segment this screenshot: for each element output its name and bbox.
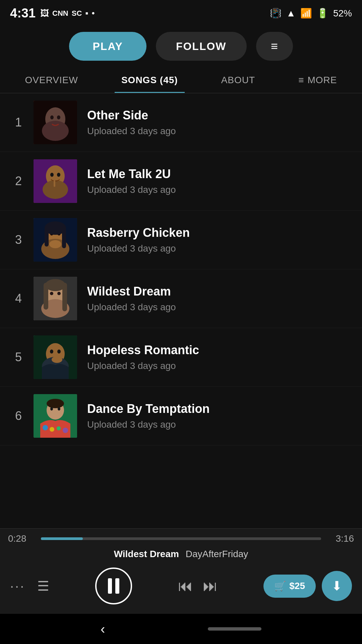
tab-songs[interactable]: SONGS (45) — [115, 67, 185, 93]
status-icons: 🖼 CNN SC ▪ • — [40, 8, 95, 18]
list-item[interactable]: 6 Dance By Temptation Uploaded 3 days ag… — [0, 387, 362, 445]
song-number: 3 — [10, 233, 27, 247]
cart-button[interactable]: 🛒 $25 — [263, 575, 316, 598]
player-bar: 0:28 3:16 Wildest Dream DayAfterFriday ·… — [0, 528, 362, 614]
queue-icon[interactable]: ☰ — [37, 578, 49, 594]
current-time: 0:28 — [8, 533, 35, 544]
song-thumbnail — [34, 335, 77, 379]
more-options-icon[interactable]: ··· — [10, 579, 25, 594]
photo-icon: 🖼 — [40, 8, 49, 18]
song-thumbnail — [34, 159, 77, 203]
battery-icon: 🔋 — [317, 8, 328, 19]
song-thumbnail — [34, 394, 77, 438]
song-title: Dance By Temptation — [87, 402, 352, 416]
song-meta: Uploaded 3 days ago — [87, 126, 352, 137]
play-button[interactable]: PLAY — [69, 32, 146, 61]
bottom-nav: ‹ — [0, 614, 362, 644]
follow-button[interactable]: FOLLOW — [156, 32, 247, 61]
song-title: Let Me Talk 2U — [87, 167, 352, 181]
list-item[interactable]: 3 Rasberry Chicken Uploaded 3 days ago — [0, 211, 362, 269]
menu-button[interactable]: ≡ — [256, 32, 293, 61]
pause-bar-right — [115, 578, 119, 594]
status-bar: 4:31 🖼 CNN SC ▪ • 📳 ▲ 📶 🔋 52% — [0, 0, 362, 24]
signal-icon: 📶 — [300, 8, 312, 19]
song-meta: Uploaded 3 days ago — [87, 184, 352, 195]
home-pill[interactable] — [208, 627, 261, 631]
tab-about[interactable]: ABOUT — [215, 67, 262, 93]
svg-rect-22 — [34, 218, 77, 262]
nav-tabs: OVERVIEW SONGS (45) ABOUT ≡ MORE — [0, 67, 362, 93]
total-time: 3:16 — [327, 533, 354, 544]
now-playing-title: Wildest Dream — [114, 549, 179, 559]
song-title: Hopeless Romantic — [87, 343, 352, 357]
list-item[interactable]: 2 Let Me Talk 2U Uploaded 3 days ago — [0, 152, 362, 211]
dot-icon: • — [92, 8, 95, 18]
svg-rect-12 — [34, 159, 77, 203]
next-track-icon[interactable]: ⏭ — [203, 578, 218, 594]
song-thumbnail — [34, 277, 77, 320]
song-number: 5 — [10, 350, 27, 364]
progress-bar-container: 0:28 3:16 — [0, 529, 362, 547]
sc-icon: SC — [72, 9, 82, 18]
song-number: 1 — [10, 115, 27, 129]
song-info: Let Me Talk 2U Uploaded 3 days ago — [87, 167, 352, 195]
square-icon: ▪ — [85, 8, 88, 18]
svg-rect-48 — [34, 394, 77, 438]
song-title: Other Side — [87, 108, 352, 122]
cnn-icon: CNN — [52, 9, 68, 18]
status-time: 4:31 — [10, 6, 36, 20]
list-item[interactable]: 4 Wildest Dream Uploaded 3 days ago — [0, 269, 362, 328]
svg-rect-31 — [34, 277, 77, 320]
wifi-icon: ▲ — [286, 8, 296, 19]
player-controls: ··· ☰ ⏮ ⏭ 🛒 $25 ⬇ — [0, 564, 362, 614]
action-buttons: PLAY FOLLOW ≡ — [0, 24, 362, 67]
song-meta: Uploaded 3 days ago — [87, 302, 352, 313]
song-number: 6 — [10, 409, 27, 423]
progress-fill — [41, 537, 83, 540]
svg-rect-5 — [34, 101, 77, 144]
song-meta: Uploaded 3 days ago — [87, 419, 352, 430]
song-info: Dance By Temptation Uploaded 3 days ago — [87, 402, 352, 430]
download-button[interactable]: ⬇ — [322, 571, 352, 601]
song-info: Wildest Dream Uploaded 3 days ago — [87, 284, 352, 313]
song-info: Hopeless Romantic Uploaded 3 days ago — [87, 343, 352, 371]
prev-track-icon[interactable]: ⏮ — [178, 578, 193, 594]
list-item[interactable]: 1 Other Side Uploaded 3 days ago — [0, 93, 362, 152]
now-playing-artist: DayAfterFriday — [186, 549, 248, 559]
svg-rect-38 — [34, 335, 77, 379]
song-meta: Uploaded 3 days ago — [87, 361, 352, 371]
song-number: 4 — [10, 291, 27, 306]
list-item[interactable]: 5 Hopeless Romantic Uploaded 3 days ago — [0, 328, 362, 387]
tab-overview[interactable]: OVERVIEW — [18, 67, 85, 93]
back-button[interactable]: ‹ — [101, 622, 105, 637]
songs-list: 1 Other Side Uploaded 3 days ago 2 — [0, 93, 362, 445]
status-right-icons: 📳 ▲ 📶 🔋 52% — [270, 8, 352, 19]
pause-bar-left — [108, 578, 112, 594]
progress-track[interactable] — [41, 537, 321, 540]
battery-text: 52% — [333, 8, 352, 19]
hamburger-icon: ≡ — [271, 39, 278, 53]
song-info: Other Side Uploaded 3 days ago — [87, 108, 352, 137]
more-lines-icon: ≡ — [298, 75, 304, 86]
cart-price: $25 — [289, 581, 305, 591]
song-thumbnail — [34, 218, 77, 262]
vibrate-icon: 📳 — [270, 8, 282, 19]
song-thumbnail — [34, 101, 77, 144]
pause-button[interactable] — [95, 568, 132, 604]
song-info: Rasberry Chicken Uploaded 3 days ago — [87, 226, 352, 254]
song-number: 2 — [10, 174, 27, 188]
tab-more[interactable]: ≡ MORE — [292, 67, 344, 93]
song-title: Rasberry Chicken — [87, 226, 352, 240]
song-meta: Uploaded 3 days ago — [87, 243, 352, 254]
song-title: Wildest Dream — [87, 284, 352, 299]
now-playing: Wildest Dream DayAfterFriday — [0, 547, 362, 564]
cart-icon: 🛒 — [274, 581, 286, 592]
download-icon: ⬇ — [331, 579, 342, 593]
